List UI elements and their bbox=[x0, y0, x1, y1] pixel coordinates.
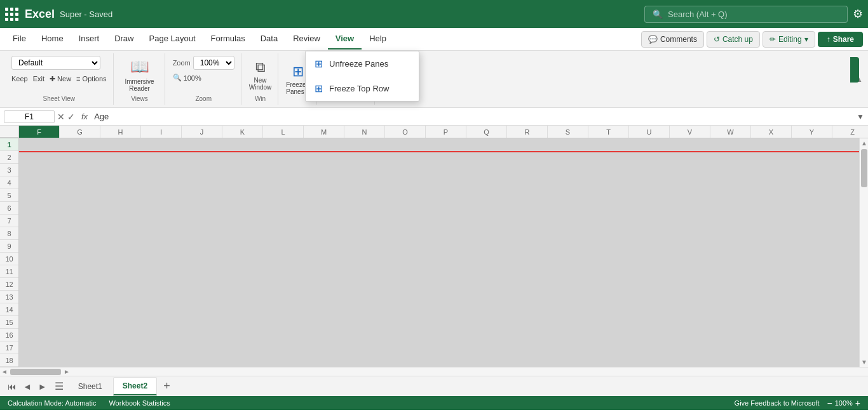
sheet-nav-prev[interactable]: ◄ bbox=[20, 380, 34, 393]
waffle-icon[interactable] bbox=[5, 8, 18, 21]
formula-bar-expand-icon[interactable]: ▼ bbox=[857, 112, 864, 121]
editing-button[interactable]: ✏ Editing ▾ bbox=[763, 31, 815, 48]
title-bar: Excel Super - Saved 🔍 ⚙ bbox=[0, 0, 868, 28]
scroll-right-arrow[interactable]: ► bbox=[62, 367, 71, 376]
col-header-J[interactable]: J bbox=[182, 126, 222, 138]
unfreeze-panes-item[interactable]: ⊞ Unfreeze Panes bbox=[306, 51, 419, 76]
col-header-K[interactable]: K bbox=[222, 126, 263, 138]
row-header-4[interactable]: 4 bbox=[0, 176, 18, 189]
col-header-Y[interactable]: Y bbox=[792, 126, 832, 138]
scroll-up-arrow[interactable]: ▲ bbox=[860, 138, 868, 148]
keep-button[interactable]: Keep bbox=[11, 75, 28, 83]
row-header-16[interactable]: 16 bbox=[0, 329, 18, 341]
cell-reference-box[interactable] bbox=[4, 110, 55, 123]
formula-input[interactable] bbox=[94, 112, 854, 121]
comments-button[interactable]: 💬 Comments bbox=[641, 31, 704, 48]
row-header-6[interactable]: 6 bbox=[0, 202, 18, 215]
horizontal-scrollbar[interactable]: ◄ ► bbox=[0, 367, 868, 376]
options-button[interactable]: ≡ Options bbox=[76, 75, 106, 83]
green-scroll-tab[interactable] bbox=[850, 57, 859, 83]
scroll-down-arrow[interactable]: ▼ bbox=[860, 357, 868, 367]
freeze-top-row-item[interactable]: ⊞ Freeze Top Row bbox=[306, 76, 419, 101]
row-header-9[interactable]: 9 bbox=[0, 240, 18, 253]
sheet-nav-next[interactable]: ► bbox=[36, 380, 50, 393]
search-input[interactable] bbox=[668, 10, 833, 19]
exit-button[interactable]: Exit bbox=[33, 75, 44, 83]
zoom-out-button[interactable]: − bbox=[827, 398, 832, 408]
horizontal-scroll-thumb[interactable] bbox=[10, 369, 61, 375]
sheet-tab-sheet1[interactable]: Sheet1 bbox=[69, 378, 112, 395]
sheet-tab-sheet2[interactable]: Sheet2 bbox=[113, 377, 157, 395]
col-header-O[interactable]: O bbox=[385, 126, 426, 138]
col-header-U[interactable]: U bbox=[629, 126, 670, 138]
tab-file[interactable]: File bbox=[5, 29, 34, 50]
scroll-left-arrow[interactable]: ◄ bbox=[0, 367, 9, 376]
tab-review[interactable]: Review bbox=[285, 29, 328, 50]
grid-body: 1 2 3 4 5 6 7 8 9 10 11 12 13 14 15 16 1… bbox=[0, 138, 868, 367]
tab-home[interactable]: Home bbox=[34, 29, 71, 50]
tab-help[interactable]: Help bbox=[362, 29, 394, 50]
tab-formulas[interactable]: Formulas bbox=[203, 29, 253, 50]
row-header-13[interactable]: 13 bbox=[0, 291, 18, 303]
row-header-10[interactable]: 10 bbox=[0, 253, 18, 265]
col-header-Z[interactable]: Z bbox=[832, 126, 868, 138]
row-header-7[interactable]: 7 bbox=[0, 215, 18, 227]
add-sheet-button[interactable]: + bbox=[158, 378, 175, 394]
settings-icon[interactable]: ⚙ bbox=[853, 7, 863, 21]
row-header-5[interactable]: 5 bbox=[0, 189, 18, 202]
tab-view[interactable]: View bbox=[328, 29, 362, 50]
zoom-level-display: 100% bbox=[835, 399, 853, 407]
sheet-menu-button[interactable]: ☰ bbox=[51, 379, 67, 394]
col-header-N[interactable]: N bbox=[344, 126, 385, 138]
workbook-stats-button[interactable]: Workbook Statistics bbox=[109, 399, 170, 407]
share-button[interactable]: ↑ Share bbox=[818, 32, 863, 47]
row-header-18[interactable]: 18 bbox=[0, 354, 18, 367]
sheet-nav-first[interactable]: ⏮ bbox=[5, 380, 19, 393]
row-header-14[interactable]: 14 bbox=[0, 303, 18, 316]
row-header-8[interactable]: 8 bbox=[0, 227, 18, 240]
vertical-scrollbar[interactable]: ▲ ▼ bbox=[859, 138, 868, 367]
col-header-X[interactable]: X bbox=[751, 126, 792, 138]
col-header-H[interactable]: H bbox=[100, 126, 141, 138]
zoom-100-button[interactable]: 🔍 100% bbox=[173, 74, 201, 82]
tab-page-layout[interactable]: Page Layout bbox=[142, 29, 203, 50]
row-header-17[interactable]: 17 bbox=[0, 341, 18, 354]
col-header-F[interactable]: F bbox=[19, 126, 60, 138]
col-header-L[interactable]: L bbox=[263, 126, 304, 138]
catchup-button[interactable]: ↺ Catch up bbox=[707, 31, 760, 48]
row-header-2[interactable]: 2 bbox=[0, 151, 18, 164]
row-header-3[interactable]: 3 bbox=[0, 164, 18, 176]
row-header-11[interactable]: 11 bbox=[0, 265, 18, 278]
zoom-in-button[interactable]: + bbox=[855, 398, 860, 408]
confirm-formula-icon[interactable]: ✓ bbox=[67, 112, 75, 122]
feedback-label[interactable]: Give Feedback to Microsoft bbox=[735, 399, 820, 407]
col-header-P[interactable]: P bbox=[426, 126, 466, 138]
vertical-scroll-thumb[interactable] bbox=[861, 149, 867, 187]
tab-data[interactable]: Data bbox=[253, 29, 285, 50]
col-header-Q[interactable]: Q bbox=[466, 126, 507, 138]
tab-insert[interactable]: Insert bbox=[71, 29, 107, 50]
col-header-M[interactable]: M bbox=[304, 126, 344, 138]
sheet-tabs-bar: ⏮ ◄ ► ☰ Sheet1 Sheet2 + bbox=[0, 376, 868, 396]
row-header-15[interactable]: 15 bbox=[0, 316, 18, 329]
col-header-V[interactable]: V bbox=[670, 126, 710, 138]
cancel-formula-icon[interactable]: ✕ bbox=[57, 112, 65, 122]
col-header-G[interactable]: G bbox=[60, 126, 100, 138]
ribbon-content: Default Keep Exit ✚ New ≡ Options Sheet … bbox=[0, 51, 868, 108]
col-header-T[interactable]: T bbox=[588, 126, 629, 138]
new-window-button[interactable]: ⧉ NewWindow bbox=[249, 59, 272, 91]
col-header-I[interactable]: I bbox=[141, 126, 182, 138]
catchup-icon: ↺ bbox=[714, 35, 720, 44]
new-sheet-view-button[interactable]: ✚ New bbox=[50, 75, 71, 83]
tab-draw[interactable]: Draw bbox=[107, 29, 141, 50]
search-box[interactable]: 🔍 bbox=[644, 6, 848, 23]
col-header-W[interactable]: W bbox=[710, 126, 751, 138]
immersive-reader-button[interactable]: 📖 ImmersiveReader bbox=[121, 56, 158, 93]
row-header-12[interactable]: 12 bbox=[0, 278, 18, 291]
sheet-view-select[interactable]: Default bbox=[11, 56, 100, 70]
cells-area[interactable] bbox=[19, 138, 859, 367]
row-header-1[interactable]: 1 bbox=[0, 138, 18, 151]
zoom-select[interactable]: 100% 75% 50% 150% 200% bbox=[193, 56, 234, 70]
col-header-S[interactable]: S bbox=[548, 126, 588, 138]
col-header-R[interactable]: R bbox=[507, 126, 548, 138]
